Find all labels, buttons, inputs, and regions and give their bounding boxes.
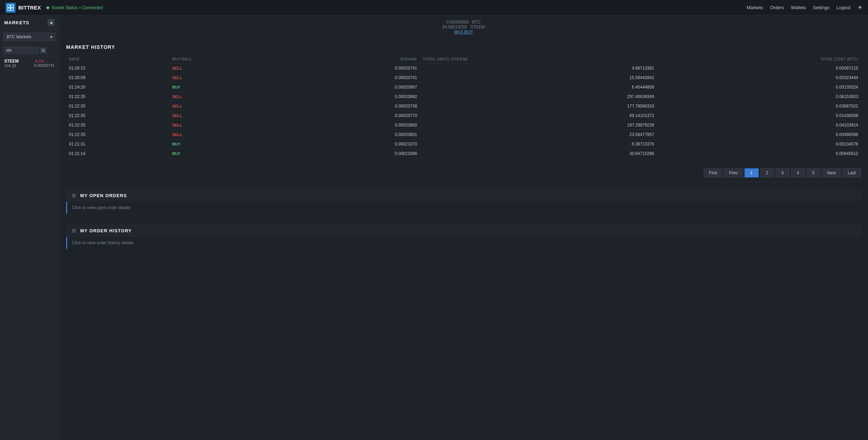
- cell-cost: 0.04103814: [657, 121, 861, 130]
- cell-bidask: 0.00020741: [289, 73, 420, 83]
- page-last-button[interactable]: Last: [842, 168, 861, 177]
- cell-date: 01:22:35: [66, 111, 170, 121]
- col-bidask: BID/ASK: [289, 55, 420, 64]
- cell-units: 23.58477957: [420, 130, 657, 140]
- table-body: 01:26:15 SELL 0.00020741 4.68713381 0.00…: [66, 64, 861, 158]
- cell-cost: 0.03687022: [657, 102, 861, 111]
- coin-change: -6.1%: [34, 59, 55, 63]
- cell-units: 177.79066333: [420, 102, 657, 111]
- table-row: 01:22:35 SELL 0.00020738 177.79066333 0.…: [66, 102, 861, 111]
- table-row: 01:22:35 SELL 0.00020800 197.29879239 0.…: [66, 121, 861, 130]
- btc-amount: 0.00000005: [446, 20, 468, 25]
- settings-icon[interactable]: ☀: [857, 4, 862, 11]
- cell-cost: 0.00135524: [657, 83, 861, 92]
- svg-rect-3: [11, 8, 13, 11]
- cell-units: 30.64715288: [420, 149, 657, 158]
- cell-type: SELL: [170, 111, 289, 121]
- search-wrapper: ⇅: [0, 44, 59, 57]
- svg-rect-0: [8, 5, 10, 7]
- order-history-placeholder: Click to view order history details: [72, 240, 134, 245]
- page-4-button[interactable]: 4: [791, 168, 805, 177]
- nav-wallets[interactable]: Wallets: [791, 5, 806, 10]
- coin-list-item-steem[interactable]: STEEM 104.33 -6.1% 0.00020741: [0, 57, 59, 70]
- sidebar-collapse-button[interactable]: ◀: [47, 19, 55, 26]
- search-input[interactable]: [4, 46, 39, 54]
- nav-settings[interactable]: Settings: [813, 5, 829, 10]
- open-orders-title: MY OPEN ORDERS: [80, 193, 127, 198]
- steem-label: STEEM: [470, 25, 485, 30]
- cell-date: 01:22:35: [66, 121, 170, 130]
- open-orders-container: ⊞ MY OPEN ORDERS Click to view open orde…: [66, 189, 861, 214]
- top-nav: BITTREX Socket Status = Connected Market…: [0, 0, 868, 15]
- cell-bidask: 0.00020801: [289, 130, 420, 140]
- open-orders-expand-icon: ⊞: [71, 193, 77, 198]
- open-orders-body-wrapper: Click to view open order details: [66, 202, 861, 214]
- svg-rect-2: [8, 8, 10, 11]
- page-3-button[interactable]: 3: [776, 168, 790, 177]
- cell-type: BUY: [170, 149, 289, 158]
- status-dot: [46, 6, 49, 9]
- open-orders-header[interactable]: ⊞ MY OPEN ORDERS: [66, 189, 861, 202]
- cell-type: SELL: [170, 64, 289, 73]
- nav-markets[interactable]: Markets: [747, 5, 763, 10]
- balance-area: 0.00000005 BTC 34.56019250 STEEM MAX BUY: [59, 15, 868, 39]
- cell-bidask: 0.00020692: [289, 92, 420, 102]
- cell-date: 01:22:35: [66, 130, 170, 140]
- order-history-header[interactable]: ⊞ MY ORDER HISTORY: [66, 224, 861, 237]
- logo-text: BITTREX: [18, 5, 41, 11]
- cell-date: 01:24:26: [66, 83, 170, 92]
- cell-cost: 0.00323444: [657, 73, 861, 83]
- cell-cost: 0.00490586: [657, 130, 861, 140]
- page-next-button[interactable]: Next: [822, 168, 841, 177]
- cell-bidask: 0.00021070: [289, 140, 420, 149]
- page-5-button[interactable]: 5: [806, 168, 821, 177]
- market-history-table: DATE BUY/SELL BID/ASK TOTAL UNITS (STEEM…: [66, 55, 861, 158]
- table-row: 01:24:26 BUY 0.00020997 6.45444808 0.001…: [66, 83, 861, 92]
- main-content: 0.00000005 BTC 34.56019250 STEEM MAX BUY…: [59, 15, 868, 440]
- market-selector: BTC Markets ETH Markets USDT Markets ▼: [0, 30, 59, 44]
- page-1-button[interactable]: 1: [745, 168, 759, 177]
- cell-date: 01:22:35: [66, 102, 170, 111]
- col-units: TOTAL UNITS (STEEM): [420, 55, 657, 64]
- market-select[interactable]: BTC Markets ETH Markets USDT Markets: [4, 33, 55, 41]
- cell-cost: 0.06153933: [657, 92, 861, 102]
- coin-info: STEEM 104.33: [4, 59, 19, 68]
- search-sort-button[interactable]: ⇅: [40, 47, 46, 53]
- order-history-body: Click to view order history details: [67, 237, 861, 249]
- cell-type: SELL: [170, 73, 289, 83]
- divider-1: [66, 182, 861, 182]
- order-history-title: MY ORDER HISTORY: [80, 228, 132, 233]
- socket-status-text: Socket Status = Connected: [51, 5, 103, 10]
- nav-logout[interactable]: Logout: [836, 5, 850, 10]
- btc-balance: 0.00000005 BTC: [63, 20, 864, 25]
- coin-name: STEEM: [4, 59, 19, 64]
- logo: BITTREX: [6, 3, 41, 13]
- nav-orders[interactable]: Orders: [770, 5, 784, 10]
- table-header: DATE BUY/SELL BID/ASK TOTAL UNITS (STEEM…: [66, 55, 861, 64]
- page-2-button[interactable]: 2: [760, 168, 774, 177]
- spacer-1: [59, 214, 868, 224]
- coin-btc-price: 0.00020741: [34, 63, 55, 67]
- sidebar-header: MARKETS ◀: [0, 15, 59, 30]
- open-orders-placeholder: Click to view open order details: [72, 205, 130, 210]
- cell-units: 297.40639349: [420, 92, 657, 102]
- order-history-expand-icon: ⊞: [71, 228, 77, 233]
- cell-cost: 0.00134576: [657, 140, 861, 149]
- coin-price: 104.33: [4, 64, 19, 68]
- max-buy-link[interactable]: MAX BUY: [454, 30, 473, 34]
- cell-bidask: 0.00020800: [289, 121, 420, 130]
- cell-units: 197.29879239: [420, 121, 657, 130]
- col-buysell: BUY/SELL: [170, 55, 289, 64]
- cell-type: SELL: [170, 130, 289, 140]
- page-prev-button[interactable]: Prev: [724, 168, 743, 177]
- cell-bidask: 0.00020770: [289, 111, 420, 121]
- pagination: First Prev 1 2 3 4 5 Next Last: [59, 164, 868, 182]
- cell-bidask: 0.00020741: [289, 64, 420, 73]
- col-date: DATE: [66, 55, 170, 64]
- table-row: 01:26:09 SELL 0.00020741 15.59442842 0.0…: [66, 73, 861, 83]
- table-row: 01:21:31 BUY 0.00021070 6.38713376 0.001…: [66, 140, 861, 149]
- cell-type: SELL: [170, 102, 289, 111]
- cell-cost: 0.01436058: [657, 111, 861, 121]
- page-first-button[interactable]: First: [704, 168, 722, 177]
- nav-right: Markets Orders Wallets Settings Logout ☀: [747, 4, 862, 11]
